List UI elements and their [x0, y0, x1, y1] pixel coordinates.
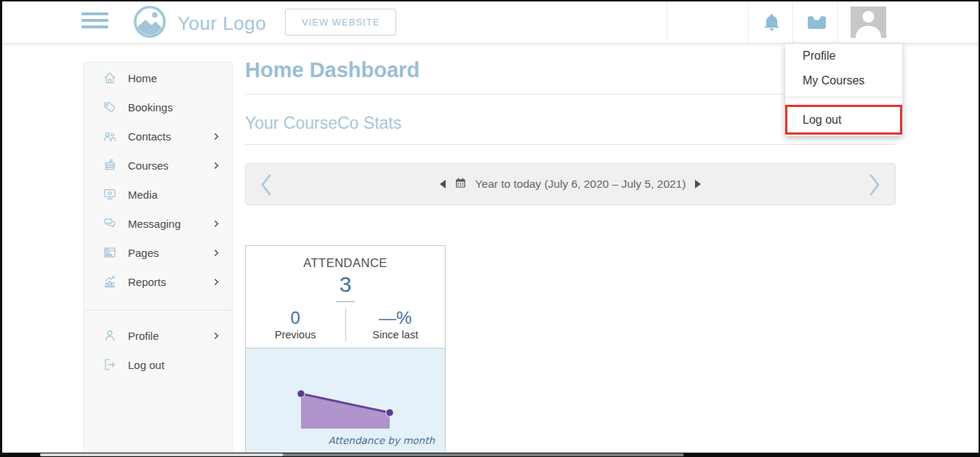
sidebar-item-bookings[interactable]: Bookings: [84, 92, 232, 122]
topbar-divider: [667, 0, 667, 44]
inbox-icon[interactable]: [806, 14, 827, 34]
menu-icon[interactable]: [81, 12, 108, 31]
date-range-bar: Year to today (July 6, 2020 – July 5, 20…: [245, 163, 896, 205]
divider: [336, 301, 355, 302]
topbar-divider: [748, 0, 749, 44]
previous-value: 0: [246, 308, 345, 328]
avatar[interactable]: [851, 7, 886, 38]
monitor-icon: [103, 187, 117, 202]
sidebar-item-label: Contacts: [128, 130, 214, 143]
next-arrow-icon[interactable]: [695, 180, 701, 188]
divider: [245, 144, 896, 145]
since-last-label: Since last: [346, 329, 446, 341]
horizontal-scrollbar-track[interactable]: [284, 453, 683, 456]
next-period-chevron-icon[interactable]: [869, 174, 880, 199]
chevron-right-icon: [214, 159, 219, 172]
window-border: [0, 0, 980, 1]
logo-text: Your Logo: [177, 12, 266, 35]
logout-icon: [103, 357, 117, 372]
sidebar-item-courses[interactable]: Courses: [84, 151, 232, 180]
sidebar-item-label: Reports: [128, 276, 214, 288]
chevron-right-icon: [214, 247, 219, 259]
browser-icon: [103, 245, 117, 260]
menu-item-log-out[interactable]: Log out: [787, 107, 900, 132]
menu-item-profile[interactable]: Profile: [785, 44, 902, 68]
chart-icon: [103, 274, 117, 289]
top-bar: Your Logo VIEW WEBSITE: [0, 0, 980, 44]
tag-icon: [103, 100, 117, 114]
sidebar: Home Bookings Contacts: [84, 62, 233, 457]
person-icon: [103, 328, 117, 343]
previous-stat: 0 Previous: [246, 308, 345, 341]
sidebar-item-label: Profile: [128, 330, 214, 342]
attendance-summary: ATTENDANCE 3 0 Previous —% Since last: [246, 246, 445, 348]
sidebar-item-label: Media: [128, 188, 219, 201]
calendar-icon: [455, 178, 466, 191]
since-last-value: —%: [346, 308, 446, 328]
sidebar-item-label: Pages: [128, 247, 214, 259]
chevron-right-icon: [214, 330, 219, 342]
sidebar-item-label: Messaging: [128, 218, 214, 230]
books-icon: [103, 158, 117, 172]
prev-arrow-icon[interactable]: [440, 180, 446, 188]
sidebar-item-label: Home: [128, 72, 219, 84]
chat-icon: [103, 216, 117, 231]
attendance-value: 3: [246, 272, 445, 297]
people-icon: [103, 129, 117, 143]
sidebar-item-label: Bookings: [128, 101, 219, 114]
sidebar-item-profile[interactable]: Profile: [84, 321, 232, 350]
sidebar-item-log-out[interactable]: Log out: [84, 350, 232, 379]
attendance-point: [386, 409, 393, 416]
sidebar-item-home[interactable]: Home: [84, 63, 232, 92]
logo-image-icon: [132, 4, 167, 42]
chevron-right-icon: [214, 276, 219, 288]
card-title: ATTENDANCE: [246, 246, 445, 270]
sidebar-item-label: Courses: [128, 159, 214, 172]
topbar-divider: [838, 0, 838, 44]
prev-period-chevron-icon[interactable]: [260, 174, 272, 199]
logout-highlight-annotation: Log out: [785, 105, 902, 135]
since-last-stat: —% Since last: [346, 308, 446, 341]
sidebar-item-reports[interactable]: Reports: [84, 267, 232, 296]
sidebar-item-label: Log out: [128, 359, 219, 371]
user-dropdown-menu: Profile My Courses Log out: [785, 44, 902, 136]
menu-item-my-courses[interactable]: My Courses: [785, 68, 902, 93]
sidebar-item-contacts[interactable]: Contacts: [84, 122, 232, 151]
sidebar-item-media[interactable]: Media: [84, 180, 232, 209]
view-website-button[interactable]: VIEW WEBSITE: [285, 9, 396, 36]
logo[interactable]: Your Logo: [132, 4, 266, 42]
window-border: [0, 0, 2, 457]
chevron-right-icon: [214, 218, 219, 230]
chart-caption: Attendance by month: [328, 434, 435, 446]
attendance-stats-card: ATTENDANCE 3 0 Previous —% Since last: [245, 245, 446, 457]
previous-label: Previous: [246, 329, 345, 341]
menu-divider: [785, 97, 902, 98]
horizontal-scrollbar-thumb[interactable]: [40, 453, 284, 456]
home-icon: [103, 71, 117, 85]
bell-icon[interactable]: [762, 12, 782, 35]
sidebar-divider: [84, 310, 232, 311]
topbar-divider: [792, 0, 793, 44]
attendance-chart: Attendance by month: [246, 348, 445, 457]
chevron-right-icon: [214, 130, 219, 143]
attendance-area: [301, 394, 390, 429]
sidebar-item-messaging[interactable]: Messaging: [84, 209, 232, 238]
sidebar-item-pages[interactable]: Pages: [84, 238, 232, 267]
date-range-label[interactable]: Year to today (July 6, 2020 – July 5, 20…: [475, 178, 686, 191]
attendance-point: [297, 390, 305, 397]
